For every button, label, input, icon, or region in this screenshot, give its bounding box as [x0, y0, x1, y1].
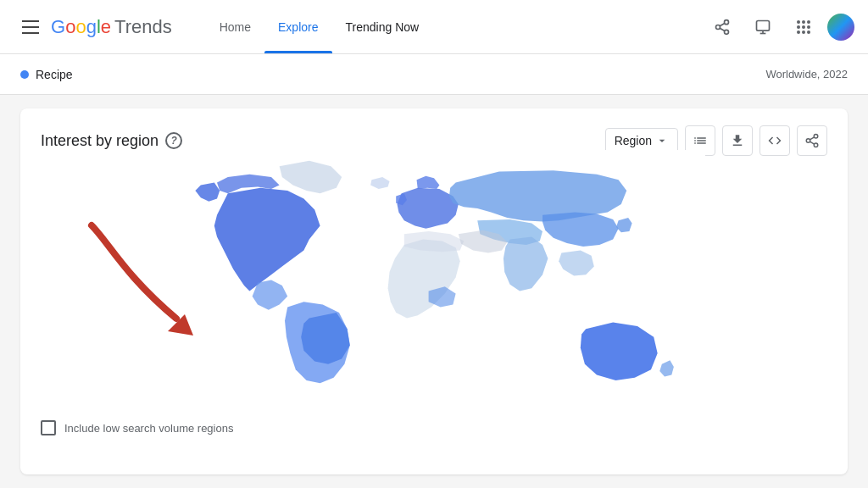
account-avatar[interactable] — [827, 14, 854, 41]
header: Google Trends Home Explore Trending Now — [0, 0, 868, 54]
header-actions — [705, 10, 854, 44]
svg-line-11 — [810, 141, 814, 144]
apps-button[interactable] — [787, 10, 821, 44]
chevron-down-icon — [655, 134, 669, 147]
logo-trends-text: Trends — [114, 16, 172, 38]
svg-line-3 — [720, 28, 725, 30]
nav-home[interactable]: Home — [206, 0, 264, 53]
svg-point-1 — [716, 25, 721, 29]
menu-button[interactable] — [14, 10, 47, 44]
card-title-group: Interest by region ? — [41, 132, 182, 150]
svg-point-9 — [806, 139, 810, 143]
share-map-button[interactable] — [797, 125, 827, 156]
main-nav: Home Explore Trending Now — [206, 0, 432, 53]
card-title-text: Interest by region — [41, 132, 159, 150]
low-volume-checkbox[interactable] — [41, 420, 56, 435]
nav-trending-now[interactable]: Trending Now — [332, 0, 433, 53]
map-container — [41, 166, 827, 413]
embed-button[interactable] — [760, 125, 790, 156]
checkbox-label: Include low search volume regions — [64, 422, 233, 435]
svg-point-10 — [814, 143, 818, 147]
svg-point-0 — [725, 19, 729, 24]
svg-point-8 — [814, 135, 818, 139]
nav-explore[interactable]: Explore — [264, 0, 331, 53]
main-content: Interest by region ? Region — [0, 95, 868, 488]
topic-indicator — [20, 70, 29, 79]
region-select-label: Region — [615, 134, 652, 147]
topic-label: Recipe — [36, 68, 73, 81]
svg-rect-5 — [757, 20, 770, 30]
sub-header: Recipe Worldwide, 2022 — [0, 54, 868, 95]
logo: Google Trends — [51, 16, 172, 38]
download-button[interactable] — [722, 125, 753, 156]
svg-line-4 — [720, 23, 725, 25]
share-button[interactable] — [705, 10, 739, 44]
world-map[interactable] — [146, 150, 722, 421]
svg-point-2 — [725, 30, 729, 34]
svg-line-12 — [810, 137, 814, 140]
location-year: Worldwide, 2022 — [765, 68, 848, 80]
interest-by-region-card: Interest by region ? Region — [20, 108, 848, 474]
grid-icon — [797, 20, 810, 34]
checkbox-area: Include low search volume regions — [41, 420, 827, 435]
help-icon[interactable]: ? — [165, 132, 182, 149]
topic-badge: Recipe — [20, 68, 73, 81]
feedback-button[interactable] — [746, 10, 780, 44]
